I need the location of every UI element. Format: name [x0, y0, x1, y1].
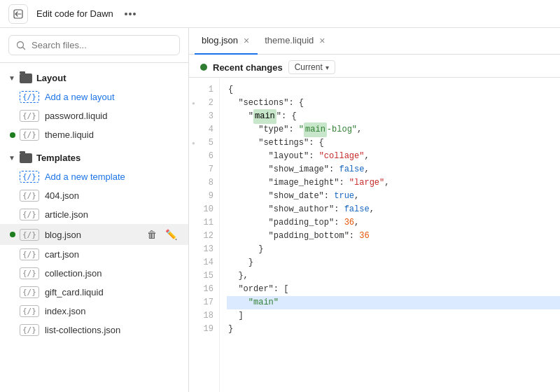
file-type-icon: {/}	[20, 229, 39, 241]
code-line: "show_date": true,	[228, 190, 560, 203]
list-item[interactable]: {/} article.json	[0, 205, 188, 224]
file-type-icon: {/}	[20, 286, 39, 298]
templates-folder-icon	[20, 153, 32, 163]
modified-dot	[10, 232, 15, 237]
code-editor[interactable]: 1 2 3 4 5 6 7 8 9 10 11 12 13 14 15 16 1…	[189, 78, 560, 392]
search-wrap	[0, 28, 188, 63]
code-line: },	[228, 270, 560, 283]
list-item[interactable]: {/} blog.json 🗑 ✏️	[0, 224, 188, 245]
code-line: "show_image": false,	[228, 163, 560, 176]
tab-label: theme.liquid	[265, 35, 314, 46]
code-line: "main": {	[228, 110, 560, 123]
file-type-icon: {/}	[20, 305, 39, 317]
line-number: 5	[189, 136, 219, 150]
code-line: }	[228, 243, 560, 256]
line-number: 2	[189, 97, 219, 110]
code-line: ]	[228, 309, 560, 323]
code-line: }	[228, 256, 560, 270]
file-name: list-collections.json	[45, 325, 180, 335]
add-layout-label: Add a new layout	[45, 92, 115, 102]
page-title: Edit code for Dawn	[36, 8, 113, 19]
templates-chevron-icon: ▼	[8, 154, 15, 162]
code-line: "show_author": false,	[228, 203, 560, 216]
back-button[interactable]	[8, 4, 28, 24]
line-number: 18	[189, 309, 219, 323]
line-number: 12	[189, 230, 219, 243]
templates-section-header[interactable]: ▼ Templates	[0, 148, 188, 167]
line-number: 3	[189, 110, 219, 123]
add-layout-link[interactable]: {/} Add a new layout	[0, 88, 188, 106]
file-type-icon: {/}	[20, 129, 39, 141]
line-number: 8	[189, 176, 219, 190]
file-actions: 🗑 ✏️	[144, 227, 180, 241]
editor-area: blog.json × theme.liquid × Recent change…	[189, 28, 560, 392]
topbar: Edit code for Dawn	[0, 0, 560, 28]
layout-section-header[interactable]: ▼ Layout	[0, 69, 188, 88]
search-box[interactable]	[8, 35, 180, 55]
rename-file-button[interactable]: ✏️	[162, 227, 180, 241]
line-number: 16	[189, 283, 219, 296]
modified-dot	[10, 132, 15, 138]
tab-blog-json[interactable]: blog.json ×	[195, 28, 258, 55]
list-item[interactable]: {/} index.json	[0, 302, 188, 321]
line-number: 17	[189, 296, 219, 309]
file-type-icon: {/}	[20, 190, 39, 202]
code-line: "padding_bottom": 36	[228, 230, 560, 243]
code-line: {	[228, 83, 560, 97]
code-content: { "sections": { "main": { "type": "main-…	[220, 78, 560, 392]
code-line: "settings": {	[228, 136, 560, 150]
close-tab-icon[interactable]: ×	[318, 34, 326, 47]
line-number: 10	[189, 203, 219, 216]
tab-label: blog.json	[202, 35, 238, 46]
line-number: 15	[189, 270, 219, 283]
code-line: }	[228, 323, 560, 336]
more-options-button[interactable]	[122, 10, 139, 18]
line-number: 11	[189, 216, 219, 230]
search-icon	[16, 41, 26, 50]
add-layout-icon: {/}	[20, 91, 39, 103]
list-item[interactable]: {/} theme.liquid	[0, 125, 188, 144]
list-item[interactable]: {/} collection.json	[0, 264, 188, 283]
code-line: "main"	[227, 296, 560, 309]
templates-label: Templates	[36, 153, 80, 163]
line-number: 9	[189, 190, 219, 203]
sidebar: ▼ Layout {/} Add a new layout {/} passwo…	[0, 28, 189, 392]
code-line: "image_height": "large",	[228, 176, 560, 190]
line-number: 1	[189, 83, 219, 97]
file-type-icon: {/}	[20, 267, 39, 279]
layout-chevron-icon: ▼	[8, 74, 15, 82]
current-dropdown[interactable]: Current ▾	[288, 60, 335, 74]
list-item[interactable]: {/} password.liquid	[0, 106, 188, 125]
file-name: password.liquid	[45, 111, 180, 121]
add-template-icon: {/}	[20, 171, 39, 183]
line-number: 4	[189, 123, 219, 136]
code-line: "sections": {	[228, 97, 560, 110]
tab-theme-liquid[interactable]: theme.liquid ×	[258, 28, 333, 55]
status-bar: Recent changes Current ▾	[189, 55, 560, 78]
file-name: index.json	[45, 306, 180, 316]
line-number: 6	[189, 150, 219, 163]
line-number: 14	[189, 256, 219, 270]
list-item[interactable]: {/} cart.json	[0, 245, 188, 264]
file-tree: ▼ Layout {/} Add a new layout {/} passwo…	[0, 63, 188, 392]
close-tab-icon[interactable]: ×	[242, 34, 251, 47]
search-input[interactable]	[31, 40, 172, 50]
list-item[interactable]: {/} gift_card.liquid	[0, 283, 188, 302]
file-type-icon: {/}	[20, 110, 39, 122]
list-item[interactable]: {/} list-collections.json	[0, 321, 188, 340]
delete-file-button[interactable]: 🗑	[144, 227, 160, 241]
list-item[interactable]: {/} 404.json	[0, 186, 188, 205]
file-type-icon: {/}	[20, 248, 39, 260]
file-name: gift_card.liquid	[45, 287, 180, 298]
main-layout: ▼ Layout {/} Add a new layout {/} passwo…	[0, 28, 560, 392]
line-number: 13	[189, 243, 219, 256]
add-template-label: Add a new template	[45, 172, 125, 182]
layout-label: Layout	[36, 73, 66, 83]
file-name: blog.json	[45, 230, 139, 240]
file-name: collection.json	[45, 268, 180, 279]
file-name: 404.json	[45, 190, 180, 201]
current-label: Current	[295, 62, 323, 72]
file-type-icon: {/}	[20, 209, 39, 220]
file-name: cart.json	[45, 249, 180, 260]
add-template-link[interactable]: {/} Add a new template	[0, 167, 188, 186]
